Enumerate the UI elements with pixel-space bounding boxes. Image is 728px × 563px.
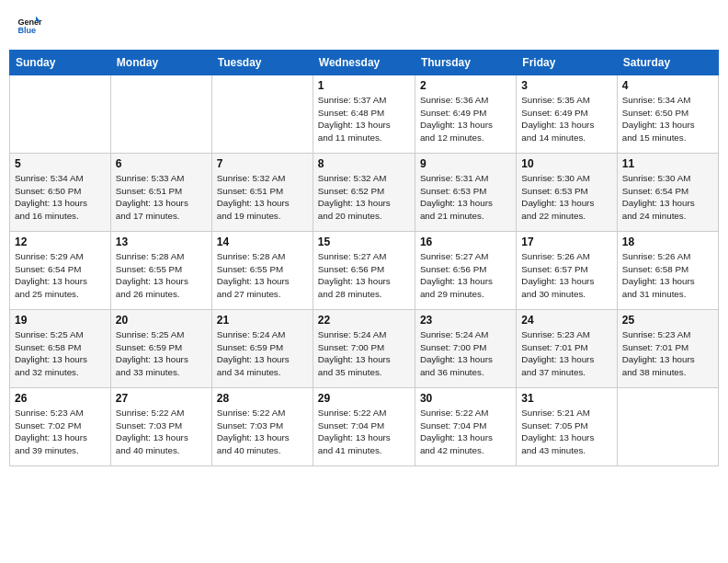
weekday-header-tuesday: Tuesday (211, 51, 313, 75)
calendar-week-row: 19Sunrise: 5:25 AM Sunset: 6:58 PM Dayli… (10, 310, 719, 388)
calendar-cell: 30Sunrise: 5:22 AM Sunset: 7:04 PM Dayli… (415, 388, 516, 466)
day-info: Sunrise: 5:34 AM Sunset: 6:50 PM Dayligh… (622, 94, 713, 144)
calendar-cell: 24Sunrise: 5:23 AM Sunset: 7:01 PM Dayli… (517, 310, 617, 388)
day-info: Sunrise: 5:24 AM Sunset: 7:00 PM Dayligh… (420, 328, 511, 379)
day-info: Sunrise: 5:22 AM Sunset: 7:03 PM Dayligh… (217, 407, 308, 457)
day-number: 19 (15, 314, 106, 327)
day-info: Sunrise: 5:32 AM Sunset: 6:52 PM Dayligh… (318, 172, 410, 223)
calendar-cell: 26Sunrise: 5:23 AM Sunset: 7:02 PM Dayli… (10, 388, 111, 466)
calendar-week-row: 12Sunrise: 5:29 AM Sunset: 6:54 PM Dayli… (10, 232, 719, 310)
day-info: Sunrise: 5:26 AM Sunset: 6:58 PM Dayligh… (622, 250, 713, 301)
day-info: Sunrise: 5:37 AM Sunset: 6:48 PM Dayligh… (318, 94, 410, 144)
calendar-cell: 31Sunrise: 5:21 AM Sunset: 7:05 PM Dayli… (517, 388, 617, 466)
day-info: Sunrise: 5:27 AM Sunset: 6:56 PM Dayligh… (420, 250, 511, 301)
day-info: Sunrise: 5:31 AM Sunset: 6:53 PM Dayligh… (420, 172, 511, 223)
calendar-cell: 20Sunrise: 5:25 AM Sunset: 6:59 PM Dayli… (110, 310, 211, 388)
page-header: General Blue (9, 9, 719, 42)
calendar-cell (10, 75, 111, 154)
day-info: Sunrise: 5:24 AM Sunset: 6:59 PM Dayligh… (217, 328, 308, 379)
day-number: 8 (318, 157, 410, 170)
weekday-header-sunday: Sunday (10, 51, 111, 75)
day-number: 4 (622, 79, 713, 92)
day-info: Sunrise: 5:21 AM Sunset: 7:05 PM Dayligh… (521, 407, 611, 457)
calendar-cell: 5Sunrise: 5:34 AM Sunset: 6:50 PM Daylig… (10, 154, 111, 232)
calendar-cell: 16Sunrise: 5:27 AM Sunset: 6:56 PM Dayli… (415, 232, 516, 310)
svg-text:General: General (17, 17, 42, 27)
day-number: 14 (217, 236, 308, 248)
day-number: 3 (521, 79, 611, 92)
weekday-header-wednesday: Wednesday (313, 51, 415, 75)
logo: General Blue (17, 13, 46, 39)
day-number: 21 (217, 314, 308, 327)
day-number: 17 (521, 236, 611, 248)
day-number: 23 (420, 314, 511, 327)
day-number: 5 (15, 157, 106, 170)
day-info: Sunrise: 5:30 AM Sunset: 6:54 PM Dayligh… (622, 172, 713, 223)
day-info: Sunrise: 5:35 AM Sunset: 6:49 PM Dayligh… (521, 94, 611, 144)
calendar-cell: 12Sunrise: 5:29 AM Sunset: 6:54 PM Dayli… (10, 232, 111, 310)
day-number: 9 (420, 157, 511, 170)
day-number: 13 (116, 236, 207, 248)
day-info: Sunrise: 5:25 AM Sunset: 6:58 PM Dayligh… (15, 328, 106, 379)
calendar-table: SundayMondayTuesdayWednesdayThursdayFrid… (9, 50, 719, 466)
day-info: Sunrise: 5:25 AM Sunset: 6:59 PM Dayligh… (116, 328, 207, 379)
day-info: Sunrise: 5:28 AM Sunset: 6:55 PM Dayligh… (116, 250, 207, 301)
day-info: Sunrise: 5:23 AM Sunset: 7:01 PM Dayligh… (521, 328, 611, 379)
day-info: Sunrise: 5:30 AM Sunset: 6:53 PM Dayligh… (521, 172, 611, 223)
day-info: Sunrise: 5:24 AM Sunset: 7:00 PM Dayligh… (318, 328, 410, 379)
day-info: Sunrise: 5:34 AM Sunset: 6:50 PM Dayligh… (15, 172, 106, 223)
calendar-cell (617, 388, 718, 466)
weekday-header-thursday: Thursday (415, 51, 516, 75)
calendar-cell: 13Sunrise: 5:28 AM Sunset: 6:55 PM Dayli… (110, 232, 211, 310)
calendar-cell (110, 75, 211, 154)
calendar-cell: 4Sunrise: 5:34 AM Sunset: 6:50 PM Daylig… (617, 75, 718, 154)
day-info: Sunrise: 5:27 AM Sunset: 6:56 PM Dayligh… (318, 250, 410, 301)
day-number: 29 (318, 392, 410, 405)
calendar-cell: 3Sunrise: 5:35 AM Sunset: 6:49 PM Daylig… (517, 75, 617, 154)
calendar-cell: 22Sunrise: 5:24 AM Sunset: 7:00 PM Dayli… (313, 310, 415, 388)
calendar-cell: 19Sunrise: 5:25 AM Sunset: 6:58 PM Dayli… (10, 310, 111, 388)
day-number: 16 (420, 236, 511, 248)
day-info: Sunrise: 5:29 AM Sunset: 6:54 PM Dayligh… (15, 250, 106, 301)
day-info: Sunrise: 5:32 AM Sunset: 6:51 PM Dayligh… (217, 172, 308, 223)
calendar-cell: 6Sunrise: 5:33 AM Sunset: 6:51 PM Daylig… (110, 154, 211, 232)
day-number: 27 (116, 392, 207, 405)
calendar-cell: 8Sunrise: 5:32 AM Sunset: 6:52 PM Daylig… (313, 154, 415, 232)
day-info: Sunrise: 5:22 AM Sunset: 7:04 PM Dayligh… (420, 407, 511, 457)
calendar-cell: 9Sunrise: 5:31 AM Sunset: 6:53 PM Daylig… (415, 154, 516, 232)
calendar-cell: 21Sunrise: 5:24 AM Sunset: 6:59 PM Dayli… (211, 310, 313, 388)
calendar-cell: 27Sunrise: 5:22 AM Sunset: 7:03 PM Dayli… (110, 388, 211, 466)
day-info: Sunrise: 5:23 AM Sunset: 7:02 PM Dayligh… (15, 407, 106, 457)
weekday-header-monday: Monday (110, 51, 211, 75)
day-number: 2 (420, 79, 511, 92)
day-number: 30 (420, 392, 511, 405)
day-info: Sunrise: 5:22 AM Sunset: 7:03 PM Dayligh… (116, 407, 207, 457)
day-number: 22 (318, 314, 410, 327)
day-info: Sunrise: 5:33 AM Sunset: 6:51 PM Dayligh… (116, 172, 207, 223)
calendar-cell: 28Sunrise: 5:22 AM Sunset: 7:03 PM Dayli… (211, 388, 313, 466)
day-number: 12 (15, 236, 106, 248)
calendar-cell: 10Sunrise: 5:30 AM Sunset: 6:53 PM Dayli… (517, 154, 617, 232)
day-number: 20 (116, 314, 207, 327)
day-number: 11 (622, 157, 713, 170)
day-info: Sunrise: 5:23 AM Sunset: 7:01 PM Dayligh… (622, 328, 713, 379)
calendar-cell (211, 75, 313, 154)
calendar-cell: 2Sunrise: 5:36 AM Sunset: 6:49 PM Daylig… (415, 75, 516, 154)
day-info: Sunrise: 5:36 AM Sunset: 6:49 PM Dayligh… (420, 94, 511, 144)
calendar-cell: 23Sunrise: 5:24 AM Sunset: 7:00 PM Dayli… (415, 310, 516, 388)
calendar-week-row: 1Sunrise: 5:37 AM Sunset: 6:48 PM Daylig… (10, 75, 719, 154)
calendar-cell: 18Sunrise: 5:26 AM Sunset: 6:58 PM Dayli… (617, 232, 718, 310)
calendar-cell: 25Sunrise: 5:23 AM Sunset: 7:01 PM Dayli… (617, 310, 718, 388)
calendar-cell: 7Sunrise: 5:32 AM Sunset: 6:51 PM Daylig… (211, 154, 313, 232)
calendar-cell: 17Sunrise: 5:26 AM Sunset: 6:57 PM Dayli… (517, 232, 617, 310)
calendar-cell: 29Sunrise: 5:22 AM Sunset: 7:04 PM Dayli… (313, 388, 415, 466)
svg-text:Blue: Blue (17, 26, 36, 35)
calendar-cell: 11Sunrise: 5:30 AM Sunset: 6:54 PM Dayli… (617, 154, 718, 232)
day-number: 7 (217, 157, 308, 170)
day-number: 24 (521, 314, 611, 327)
calendar-week-row: 5Sunrise: 5:34 AM Sunset: 6:50 PM Daylig… (10, 154, 719, 232)
weekday-header-row: SundayMondayTuesdayWednesdayThursdayFrid… (10, 51, 719, 75)
day-number: 1 (318, 79, 410, 92)
weekday-header-friday: Friday (517, 51, 617, 75)
calendar-cell: 14Sunrise: 5:28 AM Sunset: 6:55 PM Dayli… (211, 232, 313, 310)
